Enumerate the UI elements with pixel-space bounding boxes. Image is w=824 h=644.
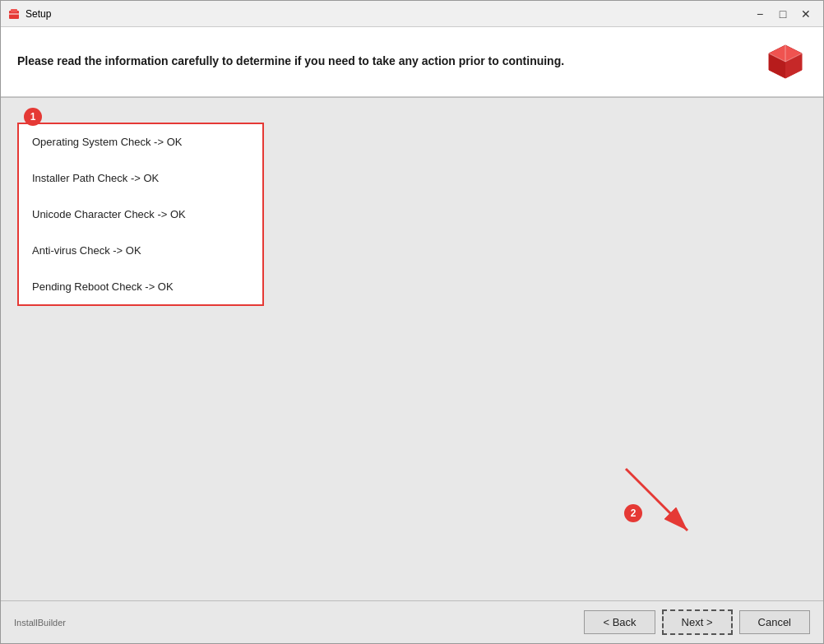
minimize-button[interactable]: −	[749, 3, 771, 25]
maximize-button[interactable]: □	[772, 3, 794, 25]
window-controls: − □ ✕	[749, 3, 817, 25]
cancel-button[interactable]: Cancel	[739, 610, 810, 634]
footer-area: InstallBuilder < Back Next > Cancel	[1, 600, 823, 643]
header-area: Please read the information carefully to…	[1, 27, 823, 97]
check-item-unicode: Unicode Character Check -> OK	[19, 197, 262, 233]
check-item-antivirus: Anti-virus Check -> OK	[19, 233, 262, 269]
svg-rect-1	[11, 9, 17, 12]
annotation-badge-1: 1	[24, 108, 42, 126]
check-item-reboot: Pending Reboot Check -> OK	[19, 269, 262, 304]
header-logo	[764, 40, 807, 83]
arrow-annotation	[609, 452, 708, 551]
app-icon	[7, 7, 21, 21]
content-area: 1 Operating System Check -> OK Installer…	[1, 98, 823, 600]
window-title: Setup	[25, 8, 749, 20]
check-item-path: Installer Path Check -> OK	[19, 160, 262, 197]
footer-buttons: < Back Next > Cancel	[584, 609, 810, 635]
back-button[interactable]: < Back	[584, 610, 655, 634]
next-button[interactable]: Next >	[662, 609, 733, 635]
close-button[interactable]: ✕	[795, 3, 817, 25]
footer-brand: InstallBuilder	[14, 618, 66, 628]
checks-box: Operating System Check -> OK Installer P…	[17, 123, 264, 306]
title-bar: Setup − □ ✕	[1, 1, 823, 27]
header-text: Please read the information carefully to…	[17, 53, 564, 70]
annotation-badge-2: 2	[624, 504, 642, 522]
setup-window: Setup − □ ✕ Please read the information …	[0, 0, 824, 644]
check-item-os: Operating System Check -> OK	[19, 124, 262, 160]
